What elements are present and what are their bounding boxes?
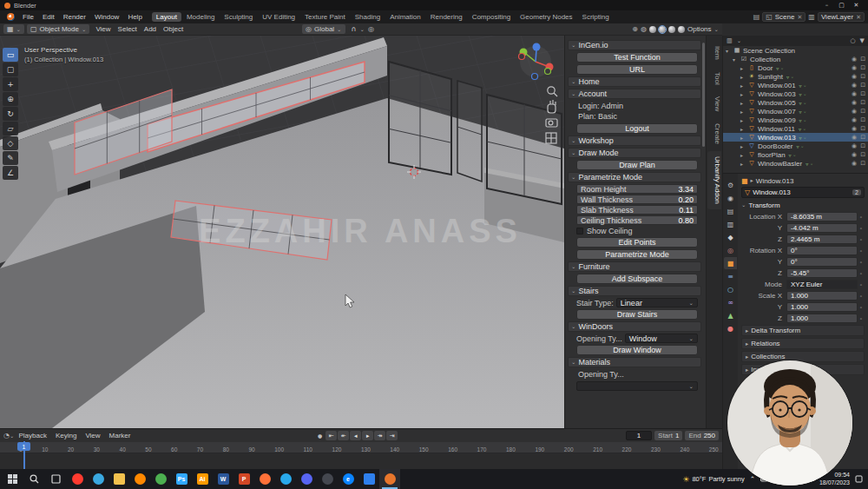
expand-caret-icon[interactable]: ▸ bbox=[740, 83, 747, 89]
expand-caret-icon[interactable]: ▸ bbox=[740, 65, 747, 71]
notifications-icon[interactable] bbox=[855, 475, 863, 483]
number-field[interactable]: Wall Thickness 0.20 bbox=[576, 195, 698, 204]
hide-viewport-toggle-icon[interactable]: ◉ bbox=[852, 116, 857, 123]
disable-render-toggle-icon[interactable]: ⊡ bbox=[860, 108, 865, 115]
draw-plan-button[interactable]: Draw Plan bbox=[576, 160, 698, 170]
value-field[interactable]: 2.4465 m bbox=[786, 235, 858, 244]
tool-tweak[interactable]: ▭ bbox=[3, 48, 18, 62]
workspace-shading[interactable]: Shading bbox=[351, 12, 385, 22]
viewport-3d[interactable]: EZZAHIR ANASS bbox=[0, 36, 564, 428]
value-field[interactable]: 0° bbox=[786, 246, 858, 255]
hide-viewport-toggle-icon[interactable]: ◉ bbox=[852, 160, 857, 167]
window-frame-1[interactable] bbox=[389, 62, 451, 175]
keyframe-dot-icon[interactable]: ∘ bbox=[858, 270, 865, 276]
hide-viewport-toggle-icon[interactable]: ◉ bbox=[852, 90, 857, 97]
men u-file[interactable]: File bbox=[18, 12, 38, 22]
menu-help[interactable]: Help bbox=[123, 12, 146, 22]
expand-caret-icon[interactable]: ▸ bbox=[740, 109, 747, 115]
timeline-ruler[interactable]: 1102030405060708090100110120130140150160… bbox=[0, 442, 722, 453]
tab-tool[interactable]: ⚙ bbox=[724, 179, 737, 191]
jump-to-start[interactable]: ⇤ bbox=[326, 431, 337, 440]
expand-caret-icon[interactable]: ▾ bbox=[726, 48, 733, 54]
disable-render-toggle-icon[interactable]: ⊡ bbox=[860, 151, 865, 158]
disable-render-toggle-icon[interactable]: ⊡ bbox=[860, 99, 865, 106]
expand-caret-icon[interactable]: ▸ bbox=[740, 91, 747, 97]
hide-viewport-toggle-icon[interactable]: ◉ bbox=[852, 108, 857, 115]
draw-stairs-button[interactable]: Draw Stairs bbox=[576, 309, 698, 320]
parametrize-mode-button[interactable]: Parametrize Mode bbox=[576, 249, 698, 260]
keyframe-dot-icon[interactable]: ∘ bbox=[858, 281, 865, 287]
expand-caret-icon[interactable]: ▸ bbox=[740, 100, 747, 106]
tool-rotate[interactable]: ↻ bbox=[3, 107, 18, 121]
tab-view[interactable]: View bbox=[707, 91, 721, 116]
url-button[interactable]: URL bbox=[576, 64, 698, 75]
outliner-item[interactable]: ▸ ▽ Window.005 ▿◦ ◉ ⊡ bbox=[723, 98, 868, 107]
collapsed-panel-header[interactable]: ▸Delta Transform bbox=[741, 325, 865, 336]
scene-unlink-icon[interactable]: ✕ bbox=[797, 14, 802, 21]
workspace-scripting[interactable]: Scripting bbox=[578, 12, 614, 22]
menu-view[interactable]: View bbox=[92, 25, 114, 33]
outliner-item[interactable]: ▸ ▽ WindowBasler ▿◦ ◉ ⊡ bbox=[723, 159, 868, 168]
outliner-item[interactable]: ▸ ▽ Window.011 ▿◦ ◉ ⊡ bbox=[723, 124, 868, 133]
number-field[interactable]: Ceiling Thickness 0.80 bbox=[576, 215, 698, 225]
tab-object[interactable]: ■ bbox=[724, 257, 737, 269]
outliner-item[interactable]: ▸ ▽ DoorBooler ▿◦ ◉ ⊡ bbox=[723, 142, 868, 150]
outliner-editor-icon[interactable]: ▥ bbox=[727, 37, 733, 44]
prev-keyframe[interactable]: ↞ bbox=[338, 431, 349, 440]
disable-render-toggle-icon[interactable]: ⊡ bbox=[860, 142, 865, 149]
auto-keying-icon[interactable]: ● bbox=[318, 433, 322, 439]
play-reverse[interactable]: ◂ bbox=[350, 431, 361, 440]
menu-marker[interactable]: Marker bbox=[105, 432, 135, 439]
disable-render-toggle-icon[interactable]: ⊡ bbox=[860, 56, 865, 63]
filter-icon[interactable]: ▼ bbox=[860, 37, 865, 44]
workspace-compositing[interactable]: Compositing bbox=[468, 12, 515, 22]
scene-selector[interactable]: ◱ Scene ✕ bbox=[762, 12, 806, 22]
outliner-item[interactable]: ▸ ▽ Window.013 ▿◦ ◉ ⊡ bbox=[723, 133, 868, 142]
menu-keying[interactable]: Keying bbox=[51, 432, 81, 439]
options-menu[interactable]: Options bbox=[687, 25, 712, 33]
tab-material[interactable]: ● bbox=[724, 322, 737, 334]
disable-render-toggle-icon[interactable]: ⊡ bbox=[860, 134, 865, 141]
disable-render-toggle-icon[interactable]: ⊡ bbox=[860, 116, 865, 123]
collapsed-panel-header[interactable]: ▸Relations bbox=[741, 338, 865, 349]
keyframe-dot-icon[interactable]: ∘ bbox=[858, 259, 865, 265]
workspace-modeling[interactable]: Modeling bbox=[182, 12, 219, 22]
tool-measure[interactable]: ∠ bbox=[3, 166, 18, 180]
outliner-item[interactable]: ▸ ▽ Window.009 ▿◦ ◉ ⊡ bbox=[723, 116, 868, 124]
section-header-stairs[interactable]: ⌄Stairs bbox=[568, 286, 701, 296]
keyframe-dot-icon[interactable]: ∘ bbox=[858, 248, 865, 254]
disable-render-toggle-icon[interactable]: ⊡ bbox=[860, 160, 865, 167]
disable-render-toggle-icon[interactable]: ⊡ bbox=[860, 125, 865, 132]
keyframe-dot-icon[interactable]: ∘ bbox=[858, 293, 865, 299]
value-field[interactable]: -4.042 m bbox=[786, 223, 858, 233]
timeline-editor-icon[interactable]: ◔ bbox=[3, 432, 10, 439]
tab-view-layer[interactable]: ▥ bbox=[724, 218, 737, 230]
shading-material-icon[interactable] bbox=[668, 26, 675, 33]
expand-caret-icon[interactable]: ▸ bbox=[740, 117, 747, 123]
playhead-badge[interactable]: 1 bbox=[17, 442, 30, 451]
outliner-item[interactable]: ▸ ☀ Sunlight ▿◦ ◉ ⊡ bbox=[723, 72, 868, 81]
tab-modifiers[interactable]: ≡ bbox=[724, 270, 737, 282]
hide-viewport-toggle-icon[interactable]: ◉ bbox=[852, 64, 857, 71]
next-keyframe[interactable]: ↠ bbox=[374, 431, 385, 440]
workspace-texture-paint[interactable]: Texture Paint bbox=[300, 12, 350, 22]
collection-row[interactable]: ▾ ☑ Collection ◉ ⊡ bbox=[723, 55, 868, 63]
expand-caret-icon[interactable]: ▸ bbox=[740, 161, 747, 167]
hide-viewport-toggle-icon[interactable]: ◉ bbox=[852, 73, 857, 80]
tool-annotate[interactable]: ✎ bbox=[3, 151, 18, 165]
keyframe-dot-icon[interactable]: ∘ bbox=[858, 236, 865, 242]
window-frame-3[interactable] bbox=[487, 95, 562, 204]
disable-render-toggle-icon[interactable]: ⊡ bbox=[860, 64, 865, 71]
hide-viewport-toggle-icon[interactable]: ◉ bbox=[852, 125, 857, 132]
orientation-selector[interactable]: ◎ Global ⌄ bbox=[302, 24, 345, 34]
section-header-furniture[interactable]: ⌄Furniture bbox=[568, 261, 701, 272]
disable-render-toggle-icon[interactable]: ⊡ bbox=[860, 90, 865, 97]
draw-window-button[interactable]: Draw Window bbox=[576, 345, 698, 355]
workspace-rendering[interactable]: Rendering bbox=[426, 12, 467, 22]
chevron-down-icon[interactable]: ⌄ bbox=[359, 26, 364, 33]
hide-viewport-toggle-icon[interactable]: ◉ bbox=[852, 134, 857, 141]
proportional-editing-icon[interactable]: ◎ bbox=[368, 25, 374, 33]
logout-button[interactable]: Logout bbox=[576, 123, 698, 134]
hide-viewport-toggle-icon[interactable]: ◉ bbox=[852, 151, 857, 158]
section-header-windoors[interactable]: ⌄WinDoors bbox=[568, 321, 701, 332]
